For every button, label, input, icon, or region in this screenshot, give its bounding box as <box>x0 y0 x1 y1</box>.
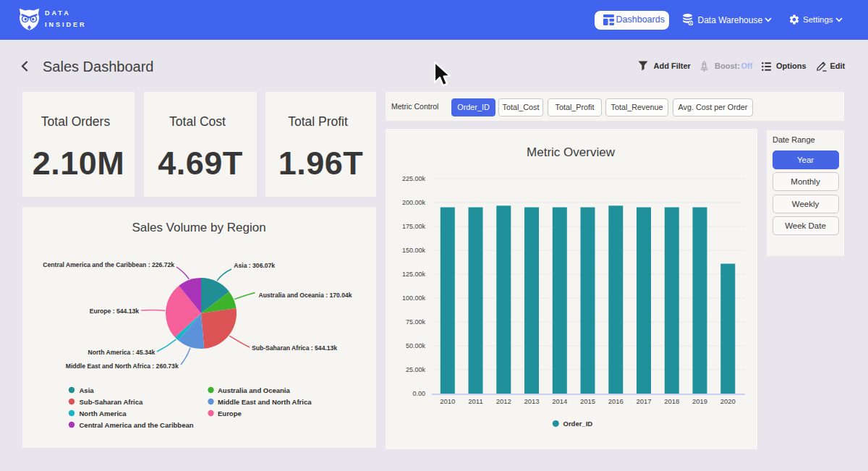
svg-text:2012: 2012 <box>496 397 511 405</box>
svg-text:2010: 2010 <box>440 397 455 405</box>
svg-text:Asia : 306.07k: Asia : 306.07k <box>234 262 275 269</box>
svg-text:200.00k: 200.00k <box>402 199 426 206</box>
svg-text:Europe: Europe <box>218 410 242 417</box>
svg-text:Australia and Oceania : 170.04: Australia and Oceania : 170.04k <box>259 292 352 299</box>
svg-text:75.00k: 75.00k <box>406 318 426 326</box>
svg-text:Europe : 544.13k: Europe : 544.13k <box>90 307 140 315</box>
svg-text:125.00k: 125.00k <box>402 271 426 278</box>
svg-text:Middle East and North Africa :: Middle East and North Africa : 260.73k <box>66 362 179 370</box>
svg-text:Metric Overview: Metric Overview <box>527 145 616 159</box>
svg-text:Sub-Saharan Africa: Sub-Saharan Africa <box>80 398 144 406</box>
svg-text:2016: 2016 <box>608 397 624 405</box>
svg-text:2011: 2011 <box>468 397 482 405</box>
svg-text:Central America and the Caribb: Central America and the Caribbean <box>80 421 194 429</box>
svg-text:2018: 2018 <box>664 397 679 405</box>
svg-text:North America: North America <box>80 410 127 417</box>
svg-text:25.00k: 25.00k <box>406 366 426 373</box>
svg-text:0.00: 0.00 <box>412 390 425 397</box>
svg-text:North America : 45.34k: North America : 45.34k <box>88 349 155 356</box>
svg-text:2017: 2017 <box>636 397 651 405</box>
svg-text:2013: 2013 <box>524 397 539 405</box>
svg-text:2019: 2019 <box>692 397 707 405</box>
svg-text:50.00k: 50.00k <box>406 342 426 349</box>
svg-text:Sales Volume by Region: Sales Volume by Region <box>132 221 265 234</box>
svg-text:Middle East and North Africa: Middle East and North Africa <box>218 398 312 406</box>
svg-text:Australia and Oceania: Australia and Oceania <box>218 386 291 394</box>
svg-text:Order_ID: Order_ID <box>563 420 593 428</box>
svg-text:150.00k: 150.00k <box>402 247 426 254</box>
svg-text:225.00k: 225.00k <box>402 175 426 182</box>
svg-text:Asia: Asia <box>80 386 95 394</box>
svg-text:175.00k: 175.00k <box>402 223 426 230</box>
svg-text:Central America and the Caribb: Central America and the Caribbean : 226.… <box>43 261 174 268</box>
svg-text:100.00k: 100.00k <box>402 294 426 302</box>
svg-text:2020: 2020 <box>720 397 736 405</box>
svg-text:2015: 2015 <box>580 397 595 405</box>
svg-text:Sub-Saharan Africa : 544.13k: Sub-Saharan Africa : 544.13k <box>252 344 337 352</box>
svg-text:2014: 2014 <box>552 397 567 405</box>
